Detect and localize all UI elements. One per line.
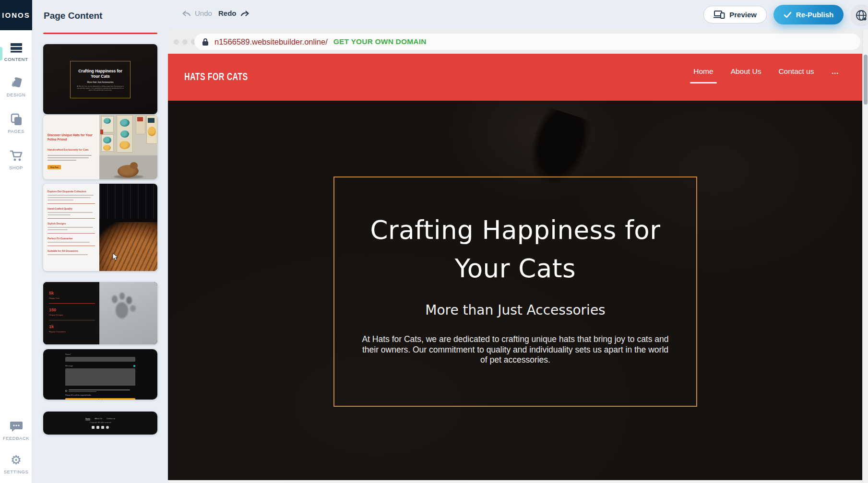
pawprint-photo (99, 282, 157, 344)
redo-label: Redo (218, 9, 237, 17)
redo-button[interactable]: Redo (218, 9, 250, 17)
nav-item-about[interactable]: About Us (731, 67, 761, 83)
republish-button[interactable]: Re-Publish (773, 5, 844, 24)
panel-accent-divider (43, 33, 157, 34)
panel-title: Page Content (44, 11, 102, 21)
shop-cart-icon (10, 150, 23, 162)
instagram-icon (101, 426, 104, 429)
hero-editable-frame[interactable]: Crafting Happiness for Your Cats More th… (333, 177, 697, 407)
thumbnail-contact-form-section[interactable]: Name* Message Please fill in all the req… (43, 349, 157, 400)
stats-thumb-photo (99, 282, 157, 344)
form-consent-row (65, 389, 135, 392)
footer-social-icons (92, 426, 109, 429)
form-send-button-thumb: Send (65, 398, 135, 400)
cat-fur-photo (99, 184, 157, 271)
republish-label: Re-Publish (796, 11, 833, 19)
form-required-note: Please fill in all the required fields. (65, 394, 135, 396)
stat-label: Unique Designs (49, 314, 95, 316)
sidebar-item-pages[interactable]: PAGES (0, 113, 32, 134)
get-domain-link[interactable]: GET YOUR OWN DOMAIN (333, 37, 427, 46)
site-url: n1566589.websitebuilder.online/ (214, 37, 328, 47)
text-placeholder-bar (48, 160, 76, 161)
undo-button[interactable]: Undo (181, 9, 212, 17)
design-icon (10, 77, 23, 89)
thumbnail-stats-section[interactable]: 5k Happy Cats 150 Unique Designs 1k Repe… (43, 282, 157, 344)
shop-now-button-thumb: Shop Now (48, 165, 61, 169)
hero-body-text: At Hats for Cats, we are dedicated to cr… (361, 334, 670, 365)
sidebar-item-shop[interactable]: SHOP (0, 150, 32, 170)
devices-icon (713, 10, 725, 19)
collection-heading: Perfect Fit Guarantee (48, 237, 95, 240)
discover-thumb-text: Discover Unique Hats for Your Feline Fri… (43, 115, 99, 179)
thumbnail-discover-section[interactable]: Discover Unique Hats for Your Feline Fri… (43, 115, 157, 179)
contact-form-thumb: Name* Message Please fill in all the req… (65, 353, 135, 396)
stat-value: 1k (49, 324, 95, 329)
site-brand[interactable]: HATS FOR CATS (184, 71, 248, 83)
app-sidebar: IONOS CONTENT DESIGN PA (0, 0, 32, 483)
collection-heading: Explore Our Exquisite Collection (48, 190, 95, 193)
redo-icon (240, 10, 250, 17)
form-message-label: Message (65, 365, 73, 367)
footer-copyright: ©Copyright. All rights reserved. (89, 422, 112, 424)
url-bar[interactable]: n1566589.websitebuilder.online/ GET YOUR… (194, 34, 860, 50)
horizontal-scrollbar[interactable] (168, 480, 862, 483)
ionos-logo[interactable]: IONOS (0, 0, 32, 30)
browser-chrome-bar: n1566589.websitebuilder.online/ GET YOUR… (168, 30, 868, 54)
ionos-website-builder: { "colors": { "accent_red": "#e2403a", "… (0, 0, 868, 483)
discover-heading: Discover Unique Hats for Your Feline Fri… (48, 133, 95, 141)
ai-assist-icon (133, 365, 135, 367)
form-message-textarea-thumb (65, 368, 135, 386)
discover-subheading: Handcrafted Exclusively for Cats (48, 148, 95, 151)
mouse-cursor (112, 253, 119, 261)
sidebar-item-label: PAGES (8, 129, 24, 134)
page-content-panel: Page Content Crafting Happiness for Your… (32, 0, 168, 483)
hero-thumb-frame: Crafting Happiness for Your Cats More th… (70, 61, 131, 98)
nav-more-menu[interactable]: … (832, 67, 840, 83)
twitter-icon (96, 426, 99, 429)
thumbnail-collection-section[interactable]: Explore Our Exquisite Collection Hand-Cr… (43, 184, 157, 271)
sidebar-item-label: SHOP (9, 165, 23, 170)
collection-heading: Stylish Designs (48, 222, 95, 225)
stat-value: 150 (49, 307, 95, 312)
form-name-input-thumb (65, 357, 135, 362)
sidebar-item-content[interactable]: CONTENT (0, 42, 32, 62)
undo-label: Undo (195, 9, 212, 17)
stat-value: 5k (49, 291, 95, 295)
site-header[interactable]: HATS FOR CATS Home About Us Contact us … (168, 54, 868, 101)
globe-button[interactable] (850, 4, 868, 26)
lock-icon (202, 38, 209, 46)
footer-link: Contact us (107, 418, 115, 420)
preview-button[interactable]: Preview (703, 6, 767, 24)
sidebar-item-label: DESIGN (7, 92, 25, 97)
hero-thumb-body: At Hats for Cats, we are dedicated to cr… (76, 85, 124, 91)
vertical-scrollbar-thumb[interactable] (864, 55, 868, 105)
sidebar-item-settings[interactable]: ⚙ SETTINGS (0, 454, 32, 474)
thumbnail-footer-section[interactable]: Home About Us Contact us ©Copyright. All… (43, 412, 157, 435)
pages-icon (10, 113, 23, 126)
sidebar-item-design[interactable]: DESIGN (0, 77, 32, 97)
collection-thumb-photo (99, 184, 157, 271)
stats-thumb-text: 5k Happy Cats 150 Unique Designs 1k Repe… (43, 282, 99, 344)
globe-icon (855, 9, 868, 22)
cat-photo (118, 165, 139, 177)
site-hero-section[interactable]: Crafting Happiness for Your Cats More th… (168, 101, 868, 481)
pinterest-icon (106, 426, 109, 429)
nav-item-contact[interactable]: Contact us (778, 67, 814, 83)
nav-item-home[interactable]: Home (693, 67, 713, 83)
street-stall-photo (99, 115, 157, 179)
collection-thumb-text: Explore Our Exquisite Collection Hand-Cr… (43, 184, 99, 271)
hero-thumb-title: Crafting Happiness for Your Cats (74, 69, 126, 79)
vertical-scrollbar (862, 30, 868, 483)
footer-link: About Us (95, 418, 102, 420)
feedback-chat-icon (10, 420, 23, 433)
undo-icon (181, 10, 191, 17)
check-icon (784, 12, 792, 18)
thumbnail-hero-section[interactable]: Crafting Happiness for Your Cats More th… (43, 44, 157, 114)
sidebar-item-feedback[interactable]: FEEDBACK (0, 420, 32, 441)
site-nav: Home About Us Contact us … (693, 67, 839, 83)
collection-heading: Hand-Crafted Quality (48, 207, 95, 210)
checkbox-icon (65, 390, 67, 392)
sidebar-item-label: CONTENT (4, 57, 28, 62)
gear-icon: ⚙ (11, 454, 22, 466)
hero-subtitle: More than Just Accessories (334, 302, 696, 318)
